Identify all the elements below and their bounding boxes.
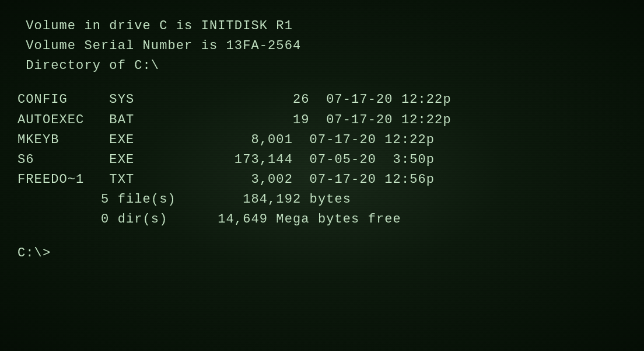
file-entry-4: S6 EXE 173,144 07-05-20 3:50p bbox=[18, 150, 626, 170]
summary-dirs: 0 dir(s) 14,649 Mega bytes free bbox=[18, 210, 626, 230]
summary-files: 5 file(s) 184,192 bytes bbox=[18, 190, 626, 210]
directory-line: Directory of C:\ bbox=[18, 56, 626, 76]
file-entry-3: MKEYB EXE 8,001 07-17-20 12:22p bbox=[18, 130, 626, 150]
file-entry-2: AUTOEXEC BAT 19 07-17-20 12:22p bbox=[18, 110, 626, 130]
command-prompt[interactable]: C:\> bbox=[18, 244, 626, 263]
spacer1 bbox=[18, 76, 626, 90]
file-entry-1: CONFIG SYS 26 07-17-20 12:22p bbox=[18, 90, 626, 110]
volume-serial-line: Volume Serial Number is 13FA-2564 bbox=[18, 36, 626, 56]
spacer2 bbox=[18, 230, 626, 244]
terminal-window: Volume in drive C is INITDISK R1 Volume … bbox=[0, 0, 644, 351]
volume-drive-line: Volume in drive C is INITDISK R1 bbox=[18, 16, 626, 36]
file-entry-5: FREEDO~1 TXT 3,002 07-17-20 12:56p bbox=[18, 170, 626, 190]
